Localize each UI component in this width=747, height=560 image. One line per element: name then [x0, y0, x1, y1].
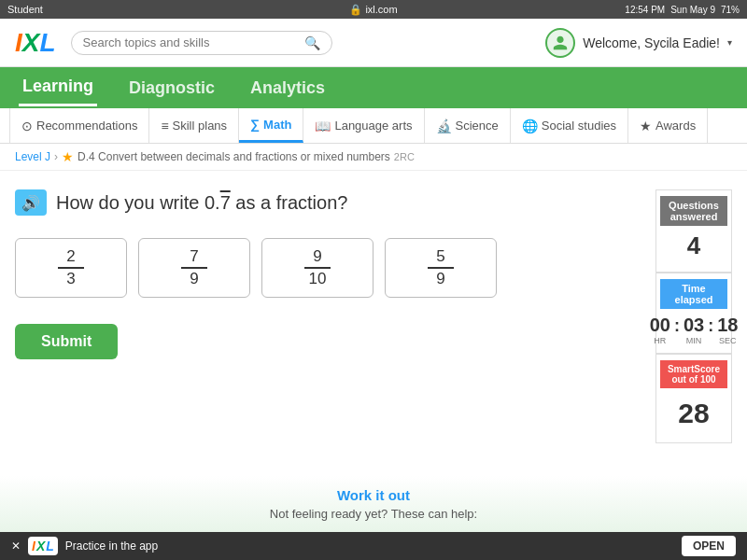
- status-url: ixl.com: [365, 4, 397, 15]
- sound-button[interactable]: 🔊: [15, 189, 47, 216]
- status-battery: 71%: [721, 5, 740, 15]
- status-time: 12:54 PM: [625, 5, 665, 15]
- time-hours: 00 HR: [650, 315, 670, 345]
- close-icon[interactable]: ✕: [11, 539, 21, 553]
- tab-awards-label: Awards: [655, 119, 696, 133]
- minutes-label: MIN: [686, 336, 702, 345]
- bottom-logo-l: L: [46, 539, 54, 553]
- awards-icon: ★: [640, 119, 652, 133]
- smart-score-value: 28: [660, 388, 727, 437]
- breadcrumb-skill: D.4 Convert between decimals and fractio…: [78, 150, 390, 163]
- time-elapsed-box: Time elapsed 00 HR : 03 MIN : 18 SEC: [655, 273, 732, 354]
- sub-nav: ⊙ Recommendations ≡ Skill plans ∑ Math 📖…: [0, 108, 747, 144]
- tab-skill-plans-label: Skill plans: [173, 119, 228, 133]
- search-input[interactable]: [83, 35, 304, 49]
- tab-language-arts-label: Language arts: [334, 119, 412, 133]
- tab-science-label: Science: [456, 119, 499, 133]
- tab-science[interactable]: 🔬 Science: [425, 108, 511, 143]
- tab-math-label: Math: [263, 118, 291, 132]
- fraction-3: 9 10: [304, 247, 331, 288]
- tab-recommendations-label: Recommendations: [36, 119, 137, 133]
- breadcrumb-separator: ›: [54, 150, 58, 163]
- question-text: 🔊 How do you write 0.7 as a fraction?: [15, 189, 641, 216]
- user-section[interactable]: Welcome, Sycila Eadie! ▾: [545, 28, 732, 58]
- hours-value: 00: [650, 315, 670, 336]
- logo-l: L: [39, 28, 55, 58]
- question-before: How do you write 0.7 as a fraction?: [56, 192, 347, 214]
- science-icon: 🔬: [436, 119, 452, 133]
- breadcrumb-level[interactable]: Level J: [15, 150, 50, 163]
- user-dropdown-arrow[interactable]: ▾: [727, 37, 732, 48]
- nav-learning[interactable]: Learning: [19, 69, 97, 106]
- answer-option-3[interactable]: 9 10: [261, 238, 374, 298]
- time-row: 00 HR : 03 MIN : 18 SEC: [660, 309, 727, 347]
- recommendations-icon: ⊙: [21, 119, 33, 133]
- minutes-value: 03: [684, 315, 704, 336]
- sound-icon: 🔊: [21, 194, 40, 212]
- fraction-4: 5 9: [428, 247, 454, 288]
- language-arts-icon: 📖: [315, 119, 331, 133]
- seconds-value: 18: [717, 315, 738, 336]
- time-sep-2: :: [708, 315, 713, 345]
- skill-plans-icon: ≡: [161, 119, 168, 133]
- tab-language-arts[interactable]: 📖 Language arts: [303, 108, 424, 143]
- main-content: 🔊 How do you write 0.7 as a fraction? 2 …: [0, 171, 747, 462]
- answer-option-1[interactable]: 2 3: [15, 238, 127, 298]
- tab-social-studies[interactable]: 🌐 Social studies: [511, 108, 628, 143]
- search-icon: 🔍: [304, 35, 320, 50]
- fraction-2-den: 9: [190, 270, 198, 288]
- side-panel: Questions answered 4 Time elapsed 00 HR …: [655, 189, 732, 443]
- bottom-bar: ✕ I X L Practice in the app OPEN: [0, 532, 747, 560]
- top-nav: I X L 🔍 Welcome, Sycila Eadie! ▾: [0, 19, 747, 67]
- fraction-3-line: [304, 267, 331, 269]
- fraction-2: 7 9: [181, 247, 207, 288]
- time-minutes: 03 MIN: [684, 315, 704, 345]
- time-elapsed-header: Time elapsed: [660, 279, 727, 309]
- breadcrumb: Level J › ★ D.4 Convert between decimals…: [0, 144, 747, 171]
- time-seconds: 18 SEC: [717, 315, 738, 345]
- submit-button[interactable]: Submit: [15, 324, 118, 359]
- open-button[interactable]: OPEN: [682, 536, 736, 556]
- questions-answered-value: 4: [660, 226, 727, 266]
- fraction-3-num: 9: [313, 247, 321, 266]
- tab-awards[interactable]: ★ Awards: [628, 108, 708, 143]
- nav-analytics[interactable]: Analytics: [247, 71, 329, 105]
- elapsed-label: elapsed: [662, 294, 726, 305]
- bottom-logo-i: I: [32, 539, 35, 553]
- user-greeting: Welcome, Sycila Eadie!: [583, 35, 720, 50]
- logo[interactable]: I X L: [15, 28, 56, 58]
- breadcrumb-star-icon: ★: [62, 149, 74, 164]
- nav-diagnostic[interactable]: Diagnostic: [125, 71, 218, 105]
- status-student: Student: [7, 4, 43, 15]
- smart-score-box: SmartScore out of 100 28: [655, 354, 732, 443]
- question-area: 🔊 How do you write 0.7 as a fraction? 2 …: [15, 189, 641, 443]
- time-sep-1: :: [674, 315, 680, 345]
- status-bar: Student 🔒 ixl.com 12:54 PM Sun May 9 71%: [0, 0, 747, 19]
- questions-label: Questions: [662, 200, 726, 211]
- avatar: [545, 28, 575, 58]
- answer-options: 2 3 7 9 9 10: [15, 238, 641, 298]
- fraction-1-num: 2: [66, 247, 75, 266]
- answer-option-4[interactable]: 5 9: [385, 238, 497, 298]
- time-label: Time: [662, 283, 726, 294]
- fraction-4-line: [428, 267, 454, 269]
- bottom-logo: I X L: [28, 537, 58, 555]
- tab-skill-plans[interactable]: ≡ Skill plans: [149, 108, 239, 143]
- questions-answered-box: Questions answered 4: [655, 189, 732, 273]
- answered-label: answered: [662, 211, 726, 222]
- answer-option-2[interactable]: 7 9: [138, 238, 250, 298]
- fraction-1: 2 3: [58, 247, 84, 288]
- tab-recommendations[interactable]: ⊙ Recommendations: [9, 108, 149, 143]
- help-title: Work it out: [11, 487, 736, 503]
- tab-math[interactable]: ∑ Math: [239, 108, 303, 143]
- questions-answered-header: Questions answered: [660, 196, 727, 226]
- logo-i: I: [15, 28, 22, 58]
- bottom-logo-x: X: [36, 539, 45, 553]
- logo-x: X: [22, 28, 40, 58]
- seconds-label: SEC: [719, 336, 737, 345]
- lock-icon: 🔒: [349, 4, 362, 15]
- help-section: Work it out Not feeling ready yet? These…: [0, 476, 747, 532]
- practice-text: Practice in the app: [65, 539, 158, 553]
- search-bar[interactable]: 🔍: [71, 31, 332, 55]
- fraction-1-line: [58, 267, 84, 269]
